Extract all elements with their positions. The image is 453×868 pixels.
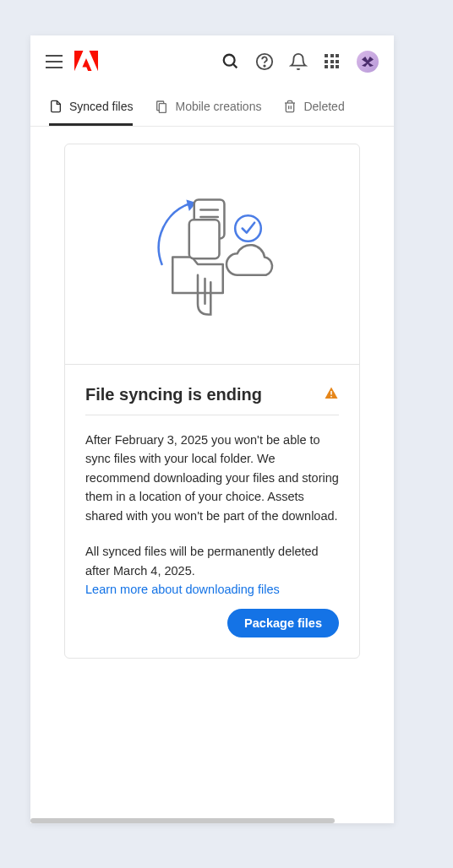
svg-point-0 — [224, 55, 235, 66]
svg-rect-5 — [160, 104, 166, 113]
card-title: File syncing is ending — [85, 385, 262, 404]
tab-label: Deleted — [303, 100, 344, 113]
card-header: File syncing is ending — [85, 385, 339, 415]
svg-rect-14 — [330, 391, 332, 395]
card-paragraph: All synced files will be permanently del… — [85, 542, 339, 580]
card-paragraph: After February 3, 2025 you won't be able… — [85, 431, 339, 525]
learn-more-link[interactable]: Learn more about downloading files — [85, 583, 280, 596]
announcement-card: File syncing is ending After February 3,… — [64, 144, 360, 659]
tabs-bar: Synced files Mobile creations Deleted — [30, 88, 394, 127]
svg-line-1 — [233, 64, 237, 68]
tab-label: Mobile creations — [175, 100, 261, 113]
help-icon[interactable] — [255, 52, 274, 71]
card-body: File syncing is ending After February 3,… — [65, 365, 359, 658]
header-right — [221, 51, 379, 73]
app-window: Synced files Mobile creations Deleted — [30, 35, 394, 823]
content-area: File syncing is ending After February 3,… — [30, 127, 394, 675]
user-avatar[interactable] — [357, 51, 379, 73]
tab-deleted[interactable]: Deleted — [283, 88, 344, 126]
header — [30, 35, 394, 88]
package-files-button[interactable]: Package files — [227, 609, 339, 637]
tab-mobile-creations[interactable]: Mobile creations — [155, 88, 261, 126]
tab-label: Synced files — [69, 100, 133, 113]
search-icon[interactable] — [221, 52, 240, 71]
notifications-icon[interactable] — [289, 52, 308, 71]
card-actions: Package files — [85, 609, 339, 637]
warning-icon — [324, 386, 339, 404]
horizontal-scrollbar[interactable] — [30, 818, 335, 823]
header-left — [46, 51, 98, 73]
svg-rect-12 — [189, 220, 220, 258]
tab-synced-files[interactable]: Synced files — [49, 88, 133, 126]
svg-point-13 — [235, 215, 261, 241]
svg-rect-15 — [330, 396, 332, 398]
sync-illustration — [65, 144, 359, 365]
svg-point-3 — [264, 65, 265, 66]
adobe-logo[interactable] — [74, 51, 98, 73]
apps-grid-icon[interactable] — [323, 52, 341, 71]
hamburger-menu-icon[interactable] — [46, 55, 63, 68]
